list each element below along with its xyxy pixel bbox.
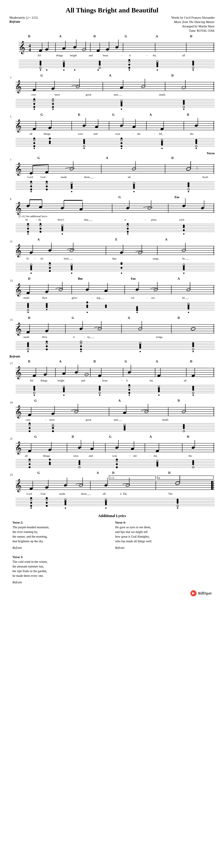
svg-point-738 — [116, 466, 118, 468]
svg-point-26 — [73, 46, 76, 49]
svg-point-519 — [27, 345, 29, 347]
verse2-title: Verse 2: — [12, 520, 109, 525]
svg-point-199 — [83, 142, 85, 144]
svg-text:-: - — [146, 296, 147, 299]
svg-text:made: made — [61, 176, 67, 179]
svg-point-262 — [46, 189, 48, 190]
svg-point-795 — [30, 502, 32, 504]
svg-point-128 — [52, 106, 54, 108]
system-12: 23 G A 1-3. 4. D D 𝄞 — [9, 470, 215, 510]
svg-text:G: G — [124, 34, 127, 38]
svg-text:G: G — [124, 360, 127, 363]
svg-point-208 — [161, 144, 163, 146]
svg-text:the: the — [190, 132, 193, 135]
svg-point-434 — [135, 288, 139, 291]
svg-point-662 — [29, 430, 31, 432]
svg-point-257 — [30, 185, 32, 187]
svg-text:tle: tle — [38, 218, 41, 221]
svg-text:13: 13 — [10, 279, 13, 282]
svg-point-331 — [39, 228, 41, 229]
staff-svg-9: 17 D A D G A D 𝄞 — [9, 359, 215, 396]
svg-point-618 — [99, 395, 100, 396]
additional-lyrics-title: Additional Lyrics — [12, 514, 212, 518]
svg-point-742 — [157, 465, 158, 467]
svg-text:Em: Em — [174, 195, 179, 199]
svg-text:15: 15 — [10, 318, 13, 321]
system-6: 11 A E A 𝄞 — [9, 237, 215, 274]
svg-text:their: their — [42, 296, 47, 299]
svg-text:(2.,4.) See additional lyrics: (2.,4.) See additional lyrics — [19, 215, 47, 218]
svg-rect-750 — [109, 476, 156, 479]
svg-point-123 — [33, 103, 35, 105]
svg-text:𝄞: 𝄞 — [15, 322, 22, 336]
verse3-title: Verse 3: — [12, 555, 109, 559]
svg-point-135 — [183, 103, 185, 105]
svg-text:D: D — [112, 471, 114, 474]
svg-point-406 — [71, 273, 72, 274]
svg-point-405 — [31, 273, 32, 274]
svg-point-336 — [61, 229, 63, 231]
svg-point-291 — [26, 205, 30, 207]
svg-point-139 — [121, 108, 122, 110]
svg-text:the: the — [189, 454, 192, 457]
system-11: 21 G D G A D 𝄞 — [9, 434, 215, 468]
svg-point-611 — [158, 391, 160, 392]
riffspot-icon — [190, 590, 197, 596]
svg-point-730 — [49, 463, 51, 465]
svg-point-813 — [31, 507, 32, 509]
svg-point-599 — [63, 391, 65, 392]
svg-text:God: God — [40, 176, 46, 179]
svg-text:A: A — [149, 435, 152, 438]
svg-text:and: and — [93, 132, 97, 135]
svg-point-539 — [140, 351, 141, 352]
svg-text:glow: glow — [72, 296, 78, 299]
svg-text:them___: them___ — [84, 176, 94, 179]
svg-text:beau: beau — [102, 379, 108, 382]
svg-text:D: D — [72, 435, 74, 438]
svg-text:-: - — [121, 54, 122, 57]
svg-point-397 — [71, 269, 73, 270]
svg-text:𝄞: 𝄞 — [15, 366, 22, 379]
svg-text:23: 23 — [10, 473, 13, 476]
svg-point-661 — [29, 427, 31, 429]
svg-text:-: - — [36, 218, 37, 221]
svg-text:G: G — [112, 113, 115, 116]
svg-point-392 — [49, 267, 51, 269]
svg-point-363 — [48, 249, 51, 252]
svg-text:ti: ti — [126, 379, 128, 382]
svg-text:G: G — [40, 113, 43, 116]
svg-text:small,: small, — [162, 418, 169, 421]
svg-text:𝄞: 𝄞 — [15, 202, 22, 215]
svg-point-478 — [188, 312, 189, 313]
svg-point-305 — [182, 205, 185, 207]
riffspot-svg — [192, 591, 195, 595]
lyrics-left-col: Verse 2: The purple-headed mountain, the… — [12, 520, 109, 585]
svg-point-562 — [43, 373, 47, 376]
svg-text:-: - — [149, 454, 150, 457]
svg-text:-: - — [145, 218, 146, 221]
svg-text:1.: 1. — [196, 166, 198, 169]
svg-text:each: each — [179, 218, 185, 221]
svg-point-79 — [74, 69, 75, 71]
svg-text:G: G — [34, 399, 37, 402]
svg-text:Lord: Lord — [27, 176, 33, 179]
svg-point-22 — [45, 48, 48, 51]
svg-point-476 — [87, 312, 88, 313]
svg-text:ful,: ful, — [159, 132, 163, 135]
svg-text:𝄞: 𝄞 — [15, 80, 22, 94]
svg-point-332 — [39, 231, 41, 233]
svg-point-82 — [157, 69, 158, 71]
svg-point-694 — [48, 448, 51, 451]
system-8: 15 D G A D 𝄞 — [9, 315, 215, 352]
svg-text:that: that — [112, 257, 116, 260]
svg-text:G: G — [118, 195, 121, 199]
svg-text:-: - — [132, 132, 133, 135]
svg-point-498 — [79, 327, 83, 330]
svg-text:A: A — [109, 74, 112, 77]
svg-point-132 — [120, 104, 122, 106]
svg-point-81 — [129, 69, 130, 71]
svg-text:A: A — [59, 34, 62, 38]
svg-point-343 — [183, 229, 185, 231]
svg-text:A: A — [106, 156, 108, 160]
svg-text:Each: Each — [202, 176, 208, 179]
